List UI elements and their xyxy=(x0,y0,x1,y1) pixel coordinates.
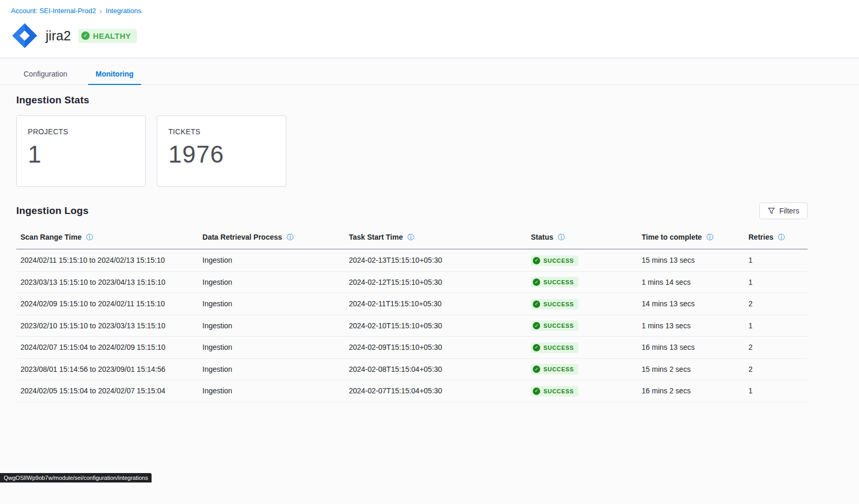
success-status-badge: ✓SUCCESS xyxy=(531,277,578,287)
stats-cards: PROJECTS 1 TICKETS 1976 xyxy=(16,115,808,187)
retries-cell: 2 xyxy=(744,337,808,359)
time-to-complete-cell: 16 mins 13 secs xyxy=(638,337,745,359)
page-header: Account: SEI-Internal-Prod2 › Integratio… xyxy=(0,0,859,58)
table-row[interactable]: 2024/02/09 15:15:10 to 2024/02/11 15:15:… xyxy=(16,293,808,315)
success-status-badge: ✓SUCCESS xyxy=(531,386,578,396)
main-content: Ingestion Stats PROJECTS 1 TICKETS 1976 … xyxy=(0,85,859,423)
column-time-to-complete: Time to complete ⓘ xyxy=(638,228,745,249)
status-cell: ✓SUCCESS xyxy=(527,293,637,315)
status-label: SUCCESS xyxy=(543,301,574,307)
table-row[interactable]: 2024/02/05 15:15:04 to 2024/02/07 15:15:… xyxy=(16,380,808,402)
filters-button[interactable]: Filters xyxy=(759,202,808,219)
stat-label: PROJECTS xyxy=(28,127,134,136)
time-to-complete-cell: 16 mins 2 secs xyxy=(638,380,745,402)
status-label: SUCCESS xyxy=(543,366,574,372)
info-icon[interactable]: ⓘ xyxy=(86,233,93,241)
check-circle-icon: ✓ xyxy=(533,366,540,373)
table-row[interactable]: 2024/02/11 15:15:10 to 2024/02/13 15:15:… xyxy=(16,249,808,271)
column-scan-range-time: Scan Range Time ⓘ xyxy=(16,228,198,249)
success-status-badge: ✓SUCCESS xyxy=(531,342,578,353)
check-circle-icon: ✓ xyxy=(533,301,540,308)
logs-table-body: 2024/02/11 15:15:10 to 2024/02/13 15:15:… xyxy=(16,249,808,402)
table-row[interactable]: 2023/02/10 15:15:10 to 2023/03/13 15:15:… xyxy=(16,315,808,337)
column-data-retrieval-process: Data Retrieval Process ⓘ xyxy=(198,228,345,249)
ingestion-logs-header: Ingestion Logs Filters xyxy=(16,202,808,219)
data-retrieval-process-cell: Ingestion xyxy=(198,315,345,337)
task-start-time-cell: 2024-02-13T15:15:10+05:30 xyxy=(345,249,527,271)
column-label: Status xyxy=(531,233,553,241)
projects-stat-card: PROJECTS 1 xyxy=(16,115,146,187)
check-circle-icon: ✓ xyxy=(81,31,90,40)
info-icon[interactable]: ⓘ xyxy=(558,233,565,241)
task-start-time-cell: 2024-02-12T15:15:10+05:30 xyxy=(345,271,527,293)
ingestion-stats-title: Ingestion Stats xyxy=(16,94,808,106)
column-label: Task Start Time xyxy=(349,233,403,241)
retries-cell: 1 xyxy=(744,315,808,337)
time-to-complete-cell: 1 mins 13 secs xyxy=(638,315,745,337)
column-label: Scan Range Time xyxy=(20,233,81,241)
status-label: SUCCESS xyxy=(543,323,574,329)
retries-cell: 1 xyxy=(744,249,808,271)
breadcrumb-account-link[interactable]: Account: SEI-Internal-Prod2 xyxy=(11,7,96,15)
scan-range-time-cell: 2024/02/09 15:15:10 to 2024/02/11 15:15:… xyxy=(16,293,198,315)
time-to-complete-cell: 15 mins 13 secs xyxy=(638,249,745,271)
table-header-row: Scan Range Time ⓘ Data Retrieval Process… xyxy=(16,228,808,249)
task-start-time-cell: 2024-02-09T15:15:10+05:30 xyxy=(345,337,527,359)
scan-range-time-cell: 2024/02/07 15:15:04 to 2024/02/09 15:15:… xyxy=(16,337,198,359)
success-status-badge: ✓SUCCESS xyxy=(531,364,578,374)
column-label: Time to complete xyxy=(642,233,702,241)
retries-cell: 2 xyxy=(744,358,808,380)
column-label: Retries xyxy=(748,233,773,241)
data-retrieval-process-cell: Ingestion xyxy=(198,249,345,271)
tab-monitoring[interactable]: Monitoring xyxy=(88,66,141,85)
data-retrieval-process-cell: Ingestion xyxy=(198,380,345,402)
breadcrumb: Account: SEI-Internal-Prod2 › Integratio… xyxy=(11,7,848,15)
status-label: SUCCESS xyxy=(543,345,574,351)
table-row[interactable]: 2023/03/13 15:15:10 to 2023/04/13 15:15:… xyxy=(16,271,808,293)
health-status-label: HEALTHY xyxy=(93,31,131,40)
data-retrieval-process-cell: Ingestion xyxy=(198,293,345,315)
info-icon[interactable]: ⓘ xyxy=(778,233,785,241)
table-row[interactable]: 2023/08/01 15:14:56 to 2023/09/01 15:14:… xyxy=(16,358,808,380)
info-icon[interactable]: ⓘ xyxy=(407,233,414,241)
time-to-complete-cell: 1 mins 14 secs xyxy=(638,271,745,293)
check-circle-icon: ✓ xyxy=(533,278,540,286)
stat-value: 1976 xyxy=(168,141,275,168)
table-row[interactable]: 2024/02/07 15:15:04 to 2024/02/09 15:15:… xyxy=(16,337,808,359)
info-icon[interactable]: ⓘ xyxy=(287,233,294,241)
success-status-badge: ✓SUCCESS xyxy=(531,320,578,331)
page-title: jira2 xyxy=(46,28,71,44)
status-bar-tooltip: QwgOSlIWp9ob7w/module/sei/configuration/… xyxy=(0,473,152,482)
success-status-badge: ✓SUCCESS xyxy=(531,255,578,266)
time-to-complete-cell: 14 mins 13 secs xyxy=(638,293,745,315)
status-cell: ✓SUCCESS xyxy=(527,315,637,337)
check-circle-icon: ✓ xyxy=(533,388,540,395)
tab-bar: Configuration Monitoring xyxy=(0,58,859,85)
tickets-stat-card: TICKETS 1976 xyxy=(157,115,286,187)
scan-range-time-cell: 2023/08/01 15:14:56 to 2023/09/01 15:14:… xyxy=(16,358,198,380)
column-status: Status ⓘ xyxy=(527,228,637,249)
column-retries: Retries ⓘ xyxy=(744,228,808,249)
chevron-right-icon: › xyxy=(100,7,102,15)
retries-cell: 1 xyxy=(744,380,808,402)
health-status-badge: ✓ HEALTHY xyxy=(78,29,137,43)
column-label: Data Retrieval Process xyxy=(202,233,282,241)
tab-configuration[interactable]: Configuration xyxy=(16,66,74,85)
retries-cell: 1 xyxy=(744,271,808,293)
scan-range-time-cell: 2024/02/05 15:15:04 to 2024/02/07 15:15:… xyxy=(16,380,198,402)
check-circle-icon: ✓ xyxy=(533,257,540,264)
ingestion-logs-title: Ingestion Logs xyxy=(16,205,89,217)
task-start-time-cell: 2024-02-11T15:15:10+05:30 xyxy=(345,293,527,315)
status-cell: ✓SUCCESS xyxy=(527,249,637,271)
stat-label: TICKETS xyxy=(168,127,275,136)
jira-logo-icon xyxy=(11,22,38,49)
status-label: SUCCESS xyxy=(543,388,574,394)
status-cell: ✓SUCCESS xyxy=(527,380,637,402)
time-to-complete-cell: 15 mins 2 secs xyxy=(638,358,745,380)
integration-title-row: jira2 ✓ HEALTHY xyxy=(11,22,848,49)
breadcrumb-integrations-link[interactable]: Integrations xyxy=(106,7,142,15)
filter-funnel-icon xyxy=(768,207,775,215)
filters-button-label: Filters xyxy=(779,207,799,215)
ingestion-logs-table: Scan Range Time ⓘ Data Retrieval Process… xyxy=(16,228,808,402)
info-icon[interactable]: ⓘ xyxy=(706,233,713,241)
